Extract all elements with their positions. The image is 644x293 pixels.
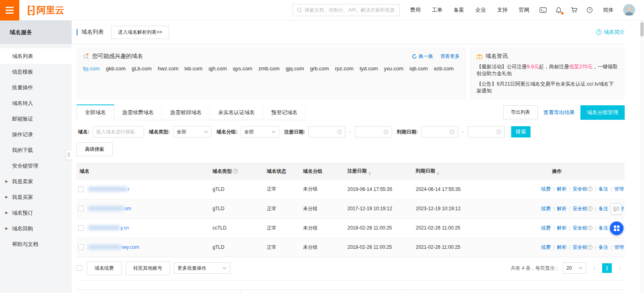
interest-domain[interactable]: zmb.com (258, 66, 280, 72)
action-link-解析[interactable]: 解析 (557, 186, 567, 192)
reg-date-start-input[interactable] (308, 126, 345, 137)
sidebar-item[interactable]: 邮箱验证 (0, 111, 72, 127)
shuffle-link[interactable]: 换一换 (412, 53, 433, 60)
menu-button[interactable] (0, 0, 19, 20)
row-checkbox[interactable] (78, 244, 84, 250)
sidebar-item[interactable]: 帮助与文档 (0, 236, 72, 252)
sidebar-item[interactable]: 批量操作 (0, 80, 72, 95)
exp-date-end-input[interactable] (468, 126, 505, 137)
sidebar-item[interactable]: 域名列表 (0, 48, 72, 64)
select-all-checkbox[interactable] (76, 265, 82, 271)
export-list-button[interactable]: 导出列表 (503, 105, 538, 119)
news-item[interactable]: 【公告】9月21日阿里云域名交易平台未实名认证.cc/.tv域名下架通知 (477, 81, 618, 94)
sidebar-item[interactable]: 信息模板 (0, 64, 72, 80)
group-select[interactable]: 全部 (241, 126, 279, 137)
row-checkbox[interactable] (78, 225, 84, 231)
help-icon[interactable]: ? (582, 7, 597, 13)
domain-link[interactable]: r (128, 186, 129, 192)
search-button[interactable]: 搜索 (511, 126, 530, 137)
type-select[interactable]: 全部 (173, 126, 212, 137)
tab-未实名认证域名[interactable]: 未实名认证域名 (210, 104, 263, 120)
action-link-管理[interactable]: 管理 (614, 244, 624, 250)
notifications-bell-icon[interactable] (551, 7, 566, 14)
action-link-安全锁[interactable]: 安全锁 (573, 225, 587, 231)
interest-domain[interactable]: gLb.com (132, 66, 152, 72)
survey-widget-button[interactable] (610, 221, 623, 235)
interest-domain[interactable]: fpj.com (83, 66, 100, 72)
action-link-续费[interactable]: 续费 (541, 186, 551, 192)
interest-domain[interactable]: tyd.com (359, 66, 378, 72)
topbar-nav-item[interactable]: 支持 (491, 6, 513, 14)
row-checkbox[interactable] (78, 206, 84, 211)
footer-link-1[interactable]: 域名转入 (241, 290, 402, 293)
page-size-select[interactable]: 20 (563, 262, 586, 274)
sidebar-item[interactable]: 我的下载 (0, 142, 72, 158)
action-link-续费[interactable]: 续费 (541, 206, 551, 211)
sort-icon[interactable]: ▲▼ (437, 171, 440, 175)
action-link-续费[interactable]: 续费 (541, 244, 551, 250)
sort-icon[interactable]: ▲▼ (368, 171, 371, 175)
topbar-nav-item[interactable]: 备案 (448, 6, 470, 14)
domain-link[interactable]: ney.com (121, 244, 139, 250)
action-link-备注[interactable]: 备注 (599, 225, 608, 231)
action-link-备注[interactable]: 备注 (599, 206, 608, 211)
scrollbar-thumb[interactable] (640, 22, 644, 37)
interest-domain[interactable]: ezb.com (434, 66, 454, 72)
reg-date-end-input[interactable] (355, 126, 392, 137)
action-link-解析[interactable]: 解析 (557, 244, 567, 250)
sidebar-item[interactable]: ▶我是卖家 (0, 174, 72, 189)
aliyun-logo[interactable]: [-] 阿里云 (27, 4, 64, 16)
sidebar-item[interactable]: 安全锁管理 (0, 158, 72, 174)
action-link-解析[interactable]: 解析 (557, 206, 567, 211)
interest-domain[interactable]: rpz.com (335, 66, 353, 72)
interest-domain[interactable]: gkb.com (106, 66, 126, 72)
footer-link-2[interactable]: 购买二手域名 (402, 290, 625, 293)
cart-icon[interactable] (566, 7, 582, 13)
batch-renew-button[interactable]: 域名续费 (87, 261, 122, 275)
domain-link[interactable]: y.cn (120, 225, 129, 231)
next-page-button[interactable]: › (615, 263, 625, 273)
exp-date-start-input[interactable] (421, 126, 458, 137)
footer-link-0[interactable]: 域名注册 (76, 290, 241, 293)
info-icon[interactable]: ? (233, 169, 238, 174)
action-link-续费[interactable]: 续费 (541, 225, 551, 231)
view-more-link[interactable]: 查看更多 (440, 53, 460, 60)
view-export-result-link[interactable]: 查看导出结果 (543, 109, 575, 116)
feedback-chat-button[interactable] (611, 203, 622, 215)
domain-search-input[interactable] (96, 129, 140, 135)
action-link-解析[interactable]: 解析 (557, 225, 567, 231)
interest-domain[interactable]: qys.com (233, 66, 252, 72)
sidebar-item[interactable]: 操作记录 (0, 127, 72, 142)
prev-page-button[interactable]: ‹ (589, 263, 599, 273)
tab-预登记域名[interactable]: 预登记域名 (263, 104, 306, 120)
group-manage-button[interactable]: 域名分组管理 (580, 105, 625, 120)
action-link-安全锁[interactable]: 安全锁 (573, 244, 587, 250)
current-page[interactable]: 1 (602, 263, 612, 273)
batch-more-select[interactable]: 更多批量操作 (174, 262, 230, 274)
action-link-管理[interactable]: 管理 (614, 186, 624, 192)
sidebar-item[interactable]: ▶我是买家 (0, 189, 72, 205)
sidebar-item[interactable]: ▶域名预订 (0, 205, 72, 221)
locale-switch[interactable]: 简体 (597, 6, 619, 14)
page-scrollbar[interactable] (640, 20, 644, 293)
interest-domain[interactable]: grb.com (310, 66, 329, 72)
interest-domain[interactable]: yxu.com (384, 66, 403, 72)
interest-domain[interactable]: iqb.com (409, 66, 428, 72)
sidebar-item[interactable]: 域名转入 (0, 95, 72, 111)
topbar-nav-item[interactable]: 企业 (470, 6, 491, 14)
interest-domain[interactable]: qjh.com (208, 66, 227, 72)
action-link-备注[interactable]: 备注 (599, 186, 608, 192)
action-link-安全锁[interactable]: 安全锁 (573, 206, 587, 211)
global-search[interactable] (293, 4, 400, 16)
sidebar-item[interactable]: ▶域名回购 (0, 221, 72, 236)
goto-dns-list-button[interactable]: 进入域名解析列表>> (111, 26, 169, 39)
row-checkbox[interactable] (78, 186, 84, 192)
interest-domain[interactable]: hwz.com (158, 66, 178, 72)
tab-急需赎回域名[interactable]: 急需赎回域名 (162, 104, 210, 120)
batch-transfer-button[interactable]: 转至其他账号 (126, 261, 170, 275)
interest-domain[interactable]: lxb.com (184, 66, 202, 72)
sidebar-collapse-handle[interactable] (66, 150, 72, 160)
advanced-search-button[interactable]: 高级搜索 (76, 142, 113, 156)
domain-intro-link[interactable]: ?域名简介 (596, 29, 625, 36)
topbar-nav-item[interactable]: 工单 (426, 6, 448, 14)
